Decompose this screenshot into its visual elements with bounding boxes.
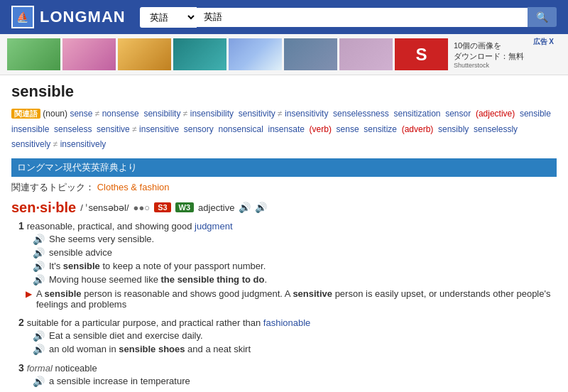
arrow-icon-1: ▶	[26, 289, 32, 299]
rel-senselessness[interactable]: senselessness	[333, 109, 389, 119]
def-number-1: 1	[18, 220, 24, 232]
example-3-1: 🔊 a sensible increase in temperature	[33, 376, 557, 387]
formal-label: formal	[27, 363, 55, 374]
rel-sensitize[interactable]: sensitize	[364, 124, 397, 134]
topic-label: 関連するトピック：	[11, 182, 94, 192]
noun-label: (noun)	[43, 109, 70, 119]
rel-sensitivity[interactable]: sensitivity	[239, 109, 275, 119]
ad-text: 10個の画像を ダウンロード：無料 Shutterstock	[454, 40, 524, 69]
ad-line2: ダウンロード：無料	[454, 51, 524, 62]
rel-sensitive[interactable]: sensitive	[97, 124, 130, 134]
example-text-1-2: sensible advice	[49, 247, 112, 258]
header: ⛵ LONGMAN 英語 日本語 🔍	[0, 0, 568, 34]
rel-insensitive[interactable]: insensitive	[139, 124, 179, 134]
example-text-1-1: She seems very sensible.	[49, 234, 154, 244]
main-content: sensible 関連語 (noun) sense ≠ nonsense sen…	[0, 75, 568, 392]
example-text-1-4: Moving house seemed like the sensible th…	[49, 274, 267, 285]
badge-s3: S3	[154, 202, 170, 212]
ad-label[interactable]: 広告 X	[533, 37, 554, 47]
rel-sensibility[interactable]: sensibility	[143, 109, 180, 119]
def-link-judgment[interactable]: judgment	[195, 221, 232, 232]
example-speaker-5[interactable]: 🔊	[33, 330, 45, 342]
rel-sensibly[interactable]: sensibly	[438, 124, 469, 134]
language-select[interactable]: 英語 日本語	[140, 7, 197, 28]
rel-sense-verb[interactable]: sense	[337, 124, 359, 134]
definition-1: 1 reasonable, practical, and showing goo…	[18, 220, 557, 310]
rel-insensitivity[interactable]: insensitivity	[285, 109, 328, 119]
ad-image-6	[284, 38, 337, 70]
badge-w3: W3	[175, 202, 195, 212]
definition-3: 3 formal noticeable 🔊 a sensible increas…	[18, 362, 557, 387]
ad-image-7	[339, 38, 393, 70]
rel-nonsensical[interactable]: nonsensical	[218, 124, 263, 134]
logo: ⛵ LONGMAN	[11, 6, 126, 28]
example-2-1: 🔊 Eat a sensible diet and exercise daily…	[33, 330, 557, 342]
rel-insensibility[interactable]: insensibility	[190, 109, 234, 119]
adj-label: (adjective)	[476, 109, 515, 119]
ad-images: S	[7, 38, 448, 70]
related-words: 関連語 (noun) sense ≠ nonsense sensibility …	[11, 107, 557, 153]
example-text-2-2: an old woman in sensible shoes and a nea…	[49, 344, 251, 354]
example-text-1-3: It's sensible to keep a note of your pas…	[49, 261, 266, 271]
speaker-icon-2[interactable]: 🔊	[255, 202, 267, 213]
ad-shutterstock: Shutterstock	[454, 62, 524, 69]
example-1-2: 🔊 sensible advice	[33, 247, 557, 258]
def-number-3: 3	[18, 362, 24, 374]
ad-image-4	[173, 38, 226, 70]
example-1-4: 🔊 Moving house seemed like the sensible …	[33, 274, 557, 285]
rel-sensitively[interactable]: sensitively	[11, 139, 50, 149]
example-speaker-7[interactable]: 🔊	[33, 376, 45, 387]
ad-image-8: S	[395, 38, 448, 70]
ad-banner: S 10個の画像を ダウンロード：無料 Shutterstock 広告 X	[0, 34, 568, 75]
section-header: ロングマン現代英英辞典より	[11, 158, 557, 177]
related-tag: 関連語	[11, 109, 40, 119]
verb-label: (verb)	[310, 124, 332, 134]
dot-marks: ●●○	[133, 202, 151, 213]
search-area: 英語 日本語 🔍	[140, 7, 557, 28]
rel-senseless[interactable]: senseless	[54, 124, 92, 134]
word-syllables: sen·si·ble	[11, 200, 76, 216]
example-1-1: 🔊 She seems very sensible.	[33, 234, 557, 245]
phonetic: / ˈsensəbəl/	[80, 202, 129, 213]
definitions: 1 reasonable, practical, and showing goo…	[18, 220, 557, 392]
example-2-2: 🔊 an old woman in sensible shoes and a n…	[33, 344, 557, 355]
example-text-3-1: a sensible increase in temperature	[49, 376, 190, 386]
note-1: ▶ A sensible person is reasonable and sh…	[26, 288, 557, 310]
rel-sense-noun[interactable]: sense	[70, 109, 92, 119]
def-number-2: 2	[18, 317, 24, 328]
example-speaker-2[interactable]: 🔊	[33, 247, 45, 258]
def-text-2: suitable for a particular purpose, and p…	[27, 317, 311, 328]
example-speaker-6[interactable]: 🔊	[33, 344, 45, 355]
logo-text: LONGMAN	[40, 8, 126, 26]
ad-image-5	[229, 38, 282, 70]
ad-image-1	[7, 38, 60, 70]
example-speaker-4[interactable]: 🔊	[33, 274, 45, 285]
def-link-fashionable[interactable]: fashionable	[263, 317, 311, 328]
search-button[interactable]: 🔍	[528, 7, 557, 27]
rel-sensible-adj[interactable]: sensible	[520, 109, 551, 119]
rel-insensible[interactable]: insensible	[11, 124, 49, 134]
word-title: sensible	[11, 82, 557, 101]
rel-senselessly[interactable]: senselessly	[474, 124, 518, 134]
pos-label: adjective	[198, 202, 234, 213]
logo-icon: ⛵	[11, 6, 34, 28]
word-pronunciation: sen·si·ble / ˈsensəbəl/ ●●○ S3 W3 adject…	[11, 200, 557, 216]
rel-insensitively[interactable]: insensitively	[60, 139, 106, 149]
topic-link[interactable]: Clothes & fashion	[97, 182, 170, 192]
speaker-icon-1[interactable]: 🔊	[239, 202, 251, 213]
ad-image-3	[118, 38, 171, 70]
rel-sensor[interactable]: sensor	[445, 109, 471, 119]
search-input[interactable]	[197, 8, 528, 27]
example-text-2-1: Eat a sensible diet and exercise daily.	[49, 330, 203, 341]
rel-sensitization[interactable]: sensitization	[393, 109, 440, 119]
example-speaker-1[interactable]: 🔊	[33, 234, 45, 245]
rel-nonsense[interactable]: nonsense	[102, 109, 139, 119]
example-1-3: 🔊 It's sensible to keep a note of your p…	[33, 261, 557, 272]
example-speaker-3[interactable]: 🔊	[33, 261, 45, 272]
rel-insensate[interactable]: insensate	[268, 124, 305, 134]
ad-line1: 10個の画像を	[454, 40, 524, 51]
def-text-3: noticeable	[55, 363, 97, 374]
rel-sensory[interactable]: sensory	[184, 124, 214, 134]
definition-2: 2 suitable for a particular purpose, and…	[18, 317, 557, 355]
def-text-1: reasonable, practical, and showing good …	[27, 221, 233, 232]
